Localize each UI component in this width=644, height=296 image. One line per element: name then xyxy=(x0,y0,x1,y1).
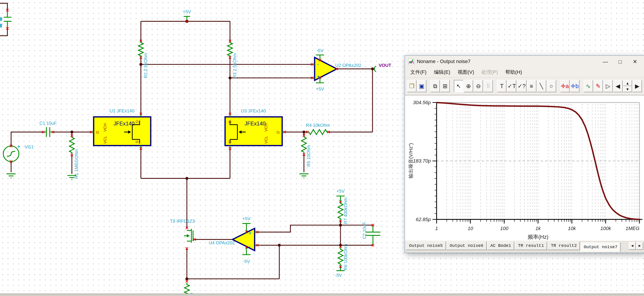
play-button[interactable]: ▷ xyxy=(603,80,613,92)
window-title: Noname - Output noise7 xyxy=(417,59,597,64)
text-tool-button[interactable]: T xyxy=(497,80,506,92)
save-button[interactable]: ▣ xyxy=(417,80,426,92)
zoom-out-button[interactable]: ⊖ xyxy=(474,80,483,92)
pin-g: G xyxy=(277,130,280,135)
component-label: R7 400kOhm xyxy=(343,197,348,224)
page-left-button[interactable]: ◀ xyxy=(613,80,622,92)
viewport: +5V R2 2.5kOhm R3 2.5kOhm + VG1 C1 xyxy=(0,0,644,296)
power-plus5-top[interactable]: +5V xyxy=(183,9,191,21)
component-r4[interactable]: R4 10kOhm xyxy=(306,123,330,135)
menu-item-0[interactable]: 文件(F) xyxy=(407,68,430,77)
page-spinner: ▲▼ xyxy=(623,80,632,92)
component-r6[interactable]: -5V R6 100kOhm xyxy=(335,244,348,278)
menu-item-1[interactable]: 编辑(E) xyxy=(430,68,454,77)
clipped-label-fragment xyxy=(0,24,2,27)
pen-button[interactable]: ✎ xyxy=(594,80,603,92)
line-tool-button[interactable]: ╲ xyxy=(536,80,546,92)
component-label: T3 IRFD1Z3 xyxy=(170,219,195,224)
component-label: R5 10Ohm xyxy=(306,145,311,166)
tab-scroll-right-button[interactable]: ▶ xyxy=(636,242,643,250)
component-label: R1 1MEGOhm xyxy=(74,149,79,179)
pin-g: G xyxy=(96,130,99,135)
paste-button[interactable]: ⊞ xyxy=(440,80,450,92)
component-label: C1 10uF xyxy=(40,121,57,126)
input-minus: - xyxy=(249,243,251,249)
toolbar: ❒▣⧉⊞↖⊕⊖⠿T✓T✓?≡╲○✛a✛b∿✎▷◀▲▼▶ xyxy=(405,78,644,96)
power-label: +5V xyxy=(316,87,324,91)
tab-ac-bode1[interactable]: AC Bode1 xyxy=(487,241,514,250)
x-tick-label: 1k xyxy=(536,226,541,231)
spin-up-button[interactable]: ▲ xyxy=(623,80,632,86)
curve-check-t-button[interactable]: ✓T xyxy=(507,80,516,92)
tab-tr-result1[interactable]: TR result1 xyxy=(515,241,547,250)
x-tick-label: 10 xyxy=(468,226,473,231)
noise-chart[interactable]: 304.56p183.70p62.85p1101001k10k100k1MEG频… xyxy=(437,103,640,220)
tab-output-noise6[interactable]: Output noise6 xyxy=(446,241,487,250)
page-right-button[interactable]: ▶ xyxy=(632,80,642,92)
x-tick-label: 1MEG xyxy=(626,226,639,231)
minimize-button[interactable]: — xyxy=(599,58,612,65)
x-tick-label: 1 xyxy=(435,226,438,231)
tab-output-noise7[interactable]: Output noise7 xyxy=(580,242,621,252)
part-name: JFEx140 xyxy=(114,121,134,127)
ground-icon xyxy=(6,174,16,178)
x-tick-label: 100 xyxy=(500,226,508,231)
component-u3[interactable]: JFEx140 G D S VCH VCL U3 JFEx140 xyxy=(225,108,284,148)
zoom-in-button[interactable]: ⊕ xyxy=(464,80,473,92)
pin-d: D xyxy=(135,120,139,123)
menu-item-4[interactable]: 帮助(H) xyxy=(502,68,526,77)
input-plus: + xyxy=(248,230,252,236)
tab-scroll-left-button[interactable]: ◀ xyxy=(629,242,636,250)
clipped-label-fragment xyxy=(0,17,2,21)
ground-icon xyxy=(300,174,308,178)
open-button[interactable]: ❒ xyxy=(407,80,416,92)
schematic-bottom-strip xyxy=(0,294,644,296)
tab-tr-result2[interactable]: TR result2 xyxy=(548,241,580,250)
tab-output-noise5[interactable]: Output noise5 xyxy=(406,241,446,250)
menu-item-3: 处理(P) xyxy=(478,68,502,77)
y-tick-label: 62.85p xyxy=(416,217,431,222)
legend-button[interactable]: ≡ xyxy=(527,80,536,92)
titlebar[interactable]: Noname - Output noise7 — □ ✕ xyxy=(405,56,644,67)
cursor-b-button[interactable]: ✛b xyxy=(570,80,579,92)
spin-down-button[interactable]: ▼ xyxy=(623,86,632,92)
component-c-partial[interactable] xyxy=(0,10,12,28)
component-r1[interactable]: R1 1MEGOhm xyxy=(70,136,79,179)
component-u2[interactable]: - + -5V +5V U2 OPAx202 xyxy=(312,48,361,91)
component-r2[interactable]: R2 2.5kOhm xyxy=(138,41,148,78)
component-t3[interactable]: T3 IRFD1Z3 xyxy=(170,219,195,243)
input-minus: - xyxy=(317,61,319,67)
curve-check-q-button[interactable]: ✓? xyxy=(517,80,526,92)
ellipse-tool-button[interactable]: ○ xyxy=(546,80,556,92)
component-label: R4 10kOhm xyxy=(306,123,330,128)
component-vg1[interactable]: + VG1 xyxy=(3,144,34,162)
select-cursor-button[interactable]: ↖ xyxy=(454,80,463,92)
power-label: -5V xyxy=(335,273,342,278)
menu-item-2[interactable]: 视图(V) xyxy=(454,68,478,77)
pin-vcl: VCL xyxy=(264,136,268,144)
component-r5[interactable]: R5 10Ohm xyxy=(302,135,311,166)
cursor-a-button[interactable]: ✛a xyxy=(560,80,570,92)
x-tick-label: 100k xyxy=(600,226,611,231)
copy-button[interactable]: ⧉ xyxy=(430,80,440,92)
show-curves-button[interactable]: ∿ xyxy=(584,80,593,92)
component-c1[interactable]: C1 10uF xyxy=(40,121,57,137)
vout-terminal[interactable]: VOUT xyxy=(374,63,392,72)
component-r7[interactable]: +5V R7 400kOhm xyxy=(336,189,348,224)
component-r3[interactable]: R3 2.5kOhm xyxy=(228,41,237,78)
pin-vch: VCH xyxy=(103,123,107,132)
grid-button: ⠿ xyxy=(484,80,493,92)
wires[interactable] xyxy=(0,3,373,279)
component-label: R2 2.5kOhm xyxy=(143,53,148,78)
noise-window: Noname - Output noise7 — □ ✕ 文件(F)编辑(E)视… xyxy=(405,55,644,253)
x-tick-label: 10k xyxy=(568,226,576,231)
component-u4[interactable]: + - +5V -5V U4 OPAx202 xyxy=(209,216,257,264)
close-button[interactable]: ✕ xyxy=(629,58,641,65)
app-icon xyxy=(408,58,414,65)
power-label: +5V xyxy=(242,216,250,221)
tabs-bar: Output noise5Output noise6AC Bode1TR res… xyxy=(405,241,644,253)
maximize-button[interactable]: □ xyxy=(614,58,626,65)
component-label: C2 10uF xyxy=(362,222,367,239)
component-u1[interactable]: JFEx140 G D S VCH VCL U1 JFEx140 xyxy=(91,108,151,148)
y-tick-label: 183.70p xyxy=(413,158,431,164)
